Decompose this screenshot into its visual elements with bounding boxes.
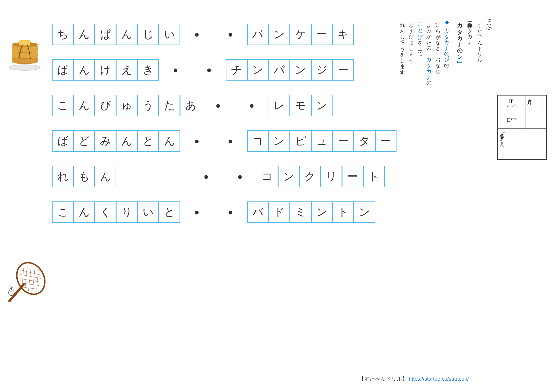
word-row-5: れ も ん ● ● コ ン ク リ ー ト — [52, 166, 396, 187]
instruction-text: ◆カタカナの「ン」の ひらがなと おなじ よみかたの カタカナの ことばを ーで… — [398, 19, 451, 185]
bullet-6: ● — [249, 100, 254, 111]
hiragana-word-1: ち ん ぱ ん じ い — [52, 24, 180, 45]
char-box: リ — [321, 166, 342, 187]
char-box: こ — [52, 95, 73, 116]
hiragana-word-5: れ も ん — [52, 166, 116, 187]
word-row-4: ば ど み ん と ん ● ● コ ン ピ ュ ー タ ー — [52, 130, 396, 152]
char-box: ピ — [290, 130, 311, 152]
char-box: え — [116, 59, 137, 81]
char-box: ば — [52, 130, 73, 152]
char-box: ン — [269, 24, 290, 45]
char-box: ど — [73, 130, 95, 152]
svg-line-19 — [33, 266, 35, 290]
instruction-area: ◆カタカナの「ン」の ひらがなと おなじ よみかたの カタカナの ことばを ーで… — [398, 19, 492, 185]
char-box: ぱ — [95, 24, 116, 45]
title-school: 小学校一年生カタカナ — [466, 19, 473, 185]
char-box: パ — [247, 24, 269, 45]
date-name-table: 日ひ 付づけ 月がつ 日にち — [497, 95, 547, 160]
footer-brand: 【すたぺんドリル】 — [359, 376, 407, 382]
char-box: ン — [311, 95, 332, 116]
katakana-word-1: パ ン ケ ー キ — [247, 24, 354, 45]
char-box: た — [159, 95, 180, 116]
char-box: チ — [226, 59, 247, 81]
char-box: コ — [247, 130, 269, 152]
char-box: ん — [73, 202, 95, 223]
char-box: ー — [342, 166, 363, 187]
bullet-2: ● — [228, 29, 233, 39]
char-box: と — [159, 202, 180, 223]
word-row-2: ぱ ん け え き ● ● チ ン パ ン ジ ー — [52, 59, 396, 81]
date-hi-field — [542, 96, 546, 112]
char-box: ド — [269, 202, 290, 223]
char-box: い — [159, 24, 180, 45]
instruction-kotoba: ことば — [417, 19, 423, 37]
subtitle-number: 9-(2) — [486, 19, 492, 185]
katakana-word-6: バ ド ミ ン ト ン — [247, 202, 375, 223]
char-box: れ — [52, 166, 73, 187]
char-box: ケ — [290, 24, 311, 45]
title-brand: すたぺんドリル — [476, 19, 483, 185]
hiragana-word-3: こ ん ぴ ゅ う た あ — [52, 95, 201, 116]
char-box: ジ — [311, 59, 332, 81]
pancake-image — [7, 24, 43, 66]
word-rows-container: ち ん ぱ ん じ い ● ● パ ン ケ ー キ ぱ ん け — [52, 24, 396, 237]
diamond-icon: ◆ — [444, 19, 450, 25]
katakana-word-3: レ モ ン — [269, 95, 332, 116]
katakana-word-4: コ ン ピ ュ ー タ ー — [247, 130, 396, 152]
char-box: ミ — [290, 202, 311, 223]
char-box: バ — [247, 202, 269, 223]
char-box: あ — [180, 95, 201, 116]
char-box: ン — [269, 130, 290, 152]
title-katakana-n: カタカナの「ン」 — [456, 19, 464, 185]
char-box: ん — [73, 59, 95, 81]
char-box: ん — [116, 24, 137, 45]
char-box: ク — [299, 166, 321, 187]
char-box: も — [73, 166, 95, 187]
char-box: ト — [363, 166, 385, 187]
bullet-1: ● — [194, 29, 200, 39]
char-box: い — [137, 202, 159, 223]
hiragana-word-6: こ ん く り い と — [52, 202, 180, 223]
char-box: と — [137, 130, 159, 152]
bullet-10: ● — [237, 172, 242, 182]
char-box: モ — [290, 95, 311, 116]
svg-point-22 — [10, 291, 13, 294]
char-box: ん — [73, 95, 95, 116]
char-box: ん — [95, 166, 116, 187]
footer-url[interactable]: https://startoo.co/sutapen/ — [409, 376, 469, 382]
bullet-5: ● — [215, 100, 221, 111]
char-box: み — [95, 130, 116, 152]
char-box: ー — [332, 59, 354, 81]
char-box: パ — [269, 59, 290, 81]
char-box: う — [137, 95, 159, 116]
svg-line-20 — [37, 269, 38, 289]
char-box: ュ — [311, 130, 332, 152]
bullet-9: ● — [204, 172, 209, 182]
badminton-image — [5, 256, 43, 299]
char-box: ン — [278, 166, 299, 187]
char-box: ぱ — [52, 59, 73, 81]
word-row-1: ち ん ぱ ん じ い ● ● パ ン ケ ー キ — [52, 24, 396, 45]
char-box: け — [95, 59, 116, 81]
char-box: ぴ — [95, 95, 116, 116]
char-box: ー — [332, 130, 354, 152]
char-box: じ — [137, 24, 159, 45]
svg-line-18 — [28, 265, 31, 291]
char-box: ト — [332, 202, 354, 223]
katakana-word-5: コ ン ク リ ー ト — [257, 166, 385, 187]
char-box: ン — [247, 59, 269, 81]
char-box: ん — [73, 24, 95, 45]
char-box: り — [116, 202, 137, 223]
word-row-6: こ ん く り い と ● ● バ ド ミ ン ト ン — [52, 202, 396, 223]
char-box: こ — [52, 202, 73, 223]
name-label: 名なまえ — [499, 130, 506, 144]
char-box: コ — [257, 166, 278, 187]
title-columns: カタカナの「ン」 小学校一年生カタカナ すたぺんドリル 9-(2) — [456, 19, 492, 185]
char-box: ン — [311, 202, 332, 223]
date-hi-label: 日ひ 付づけ — [500, 98, 524, 109]
bullet-11: ● — [194, 207, 200, 217]
char-box: レ — [269, 95, 290, 116]
date-hi-2-field — [526, 112, 546, 129]
bullet-7: ● — [194, 136, 200, 146]
char-box: き — [137, 59, 159, 81]
